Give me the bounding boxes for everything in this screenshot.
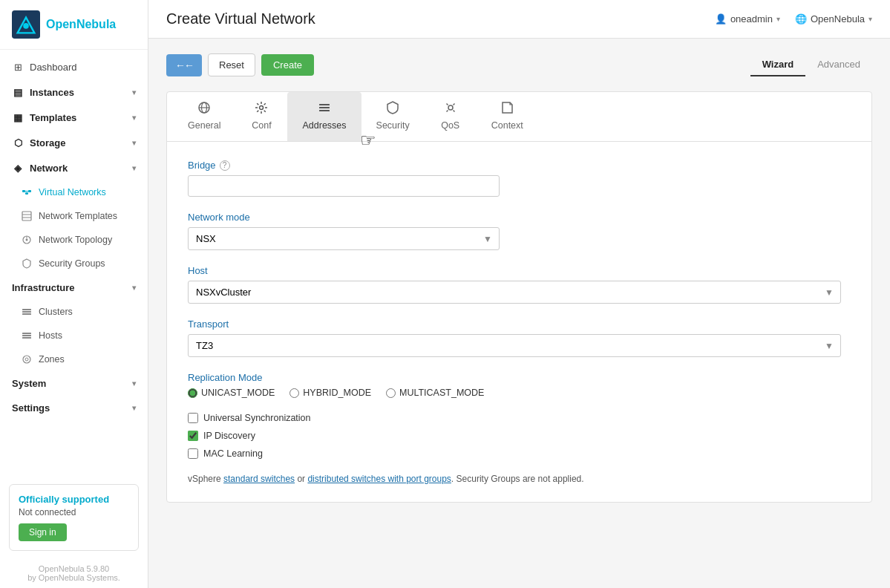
instances-icon: ▤ [12, 86, 24, 98]
sidebar-item-dashboard[interactable]: ⊞ Dashboard [0, 54, 148, 79]
sidebar-item-settings[interactable]: Settings ▾ [0, 396, 148, 420]
settings-chevron: ▾ [132, 404, 136, 412]
universal-sync-checkbox[interactable] [188, 413, 198, 423]
sidebar-item-network[interactable]: ◈ Network ▾ [0, 155, 148, 180]
svg-point-2 [23, 23, 29, 29]
svg-rect-16 [22, 333, 31, 334]
sidebar-item-clusters[interactable]: Clusters [0, 300, 148, 324]
multicast-mode-radio[interactable] [386, 388, 396, 398]
support-box: Officially supported Not connected Sign … [9, 484, 139, 551]
svg-rect-5 [25, 192, 28, 195]
svg-rect-4 [28, 190, 31, 192]
checkboxes-group: Universal Synchronization IP Discovery M… [188, 413, 851, 459]
unicast-mode-label[interactable]: UNICAST_MODE [188, 388, 275, 398]
tab-wizard[interactable]: Wizard [750, 53, 806, 76]
replication-mode-group: Replication Mode UNICAST_MODE HYBRID_MOD… [188, 372, 851, 398]
sidebar-item-instances[interactable]: ▤ Instances ▾ [0, 79, 148, 105]
templates-icon: ▦ [12, 111, 24, 123]
universal-sync-label[interactable]: Universal Synchronization [188, 413, 851, 423]
replication-mode-label: Replication Mode [188, 372, 851, 383]
transport-label: Transport [188, 318, 851, 330]
svg-point-11 [26, 239, 28, 241]
network-topology-icon [21, 234, 33, 246]
svg-rect-14 [22, 311, 31, 313]
sidebar-item-hosts[interactable]: Hosts [0, 324, 148, 347]
reset-button[interactable]: Reset [208, 53, 255, 76]
sidebar-item-templates[interactable]: ▦ Templates ▾ [0, 105, 148, 130]
network-mode-select-wrapper: NSX Bridged 802.1Q VXLAN OpenvSwitch ▼ [188, 227, 500, 250]
bridge-help-icon[interactable]: ? [220, 160, 230, 171]
form-body: Bridge ? Network mode NSX Bridged 802. [167, 142, 871, 502]
network-mode-select[interactable]: NSX Bridged 802.1Q VXLAN OpenvSwitch [188, 227, 500, 250]
form-tab-conf[interactable]: Conf [235, 92, 287, 141]
host-select[interactable]: NSXvCluster [188, 281, 841, 304]
form-tab-context[interactable]: Context [477, 92, 538, 141]
form-tab-qos[interactable]: QoS [425, 92, 477, 141]
storage-chevron: ▾ [132, 139, 136, 147]
topbar-cloud[interactable]: 🌐 OpenNebula ▾ [795, 13, 872, 24]
host-label: Host [188, 265, 851, 276]
standard-switches-link[interactable]: standard switches [223, 474, 295, 484]
hybrid-mode-radio[interactable] [289, 388, 299, 398]
svg-point-28 [448, 105, 453, 110]
topbar-user[interactable]: 👤 oneadmin ▾ [715, 13, 780, 24]
security-tab-icon [386, 101, 399, 117]
replication-mode-radios: UNICAST_MODE HYBRID_MODE MULTICAST_MODE [188, 388, 851, 398]
svg-point-19 [23, 356, 30, 363]
zones-icon [21, 353, 33, 365]
main-area: Create Virtual Network 👤 oneadmin ▾ 🌐 Op… [148, 0, 890, 588]
form-card: General Conf Addresses [166, 91, 872, 503]
context-tab-icon [500, 101, 514, 117]
sign-in-button[interactable]: Sign in [19, 523, 67, 541]
host-select-wrapper: NSXvCluster ▼ [188, 281, 841, 304]
sidebar-item-security-groups[interactable]: Security Groups [0, 252, 148, 275]
form-tab-security[interactable]: Security [361, 92, 425, 141]
sidebar-item-zones[interactable]: Zones [0, 347, 148, 371]
cloud-chevron: ▾ [868, 15, 872, 23]
svg-rect-7 [22, 212, 31, 220]
instances-chevron: ▾ [132, 88, 136, 97]
logo[interactable]: OpenNebula [0, 0, 148, 50]
virtual-networks-icon [21, 186, 33, 198]
user-icon: 👤 [715, 13, 727, 24]
hybrid-mode-label[interactable]: HYBRID_MODE [289, 388, 371, 398]
sidebar-item-network-templates[interactable]: Network Templates [0, 204, 148, 228]
sidebar-item-system[interactable]: System ▾ [0, 371, 148, 396]
sidebar-item-storage[interactable]: ⬡ Storage ▾ [0, 130, 148, 155]
svg-rect-15 [22, 313, 31, 315]
user-chevron: ▾ [776, 15, 780, 23]
svg-rect-27 [319, 110, 330, 111]
templates-chevron: ▾ [132, 114, 136, 122]
bridge-input[interactable] [188, 175, 500, 197]
form-tabs: General Conf Addresses [167, 92, 871, 142]
form-tab-addresses[interactable]: Addresses [287, 92, 361, 141]
sidebar-item-virtual-networks[interactable]: Virtual Networks [0, 180, 148, 204]
distributed-switches-link[interactable]: distributed switches with port groups [307, 474, 451, 484]
sidebar-item-network-topology[interactable]: Network Topology [0, 228, 148, 252]
multicast-mode-label[interactable]: MULTICAST_MODE [386, 388, 484, 398]
bridge-group: Bridge ? [188, 160, 851, 197]
cloud-icon: 🌐 [795, 13, 807, 24]
storage-icon: ⬡ [12, 137, 24, 148]
hosts-icon [21, 330, 33, 342]
clusters-icon [21, 306, 33, 318]
transport-select[interactable]: TZ3 [188, 334, 841, 357]
sidebar-item-infrastructure[interactable]: Infrastructure ▾ [0, 275, 148, 300]
ip-discovery-label[interactable]: IP Discovery [188, 431, 851, 441]
network-icon: ◈ [12, 162, 24, 174]
tab-advanced[interactable]: Advanced [805, 53, 872, 76]
form-tab-general[interactable]: General [173, 92, 235, 141]
back-button[interactable]: ←← [166, 54, 202, 76]
ip-discovery-checkbox[interactable] [188, 431, 198, 441]
content-area: ←← Reset Create Wizard Advanced General [148, 39, 890, 588]
unicast-mode-radio[interactable] [188, 388, 197, 398]
mac-learning-label[interactable]: MAC Learning [188, 448, 851, 459]
svg-rect-13 [22, 309, 31, 310]
host-group: Host NSXvCluster ▼ [188, 265, 851, 304]
security-groups-icon [21, 258, 33, 270]
create-button[interactable]: Create [261, 54, 314, 76]
network-chevron: ▾ [132, 164, 136, 172]
network-templates-icon [21, 210, 33, 222]
network-mode-label: Network mode [188, 212, 851, 223]
mac-learning-checkbox[interactable] [188, 448, 198, 459]
